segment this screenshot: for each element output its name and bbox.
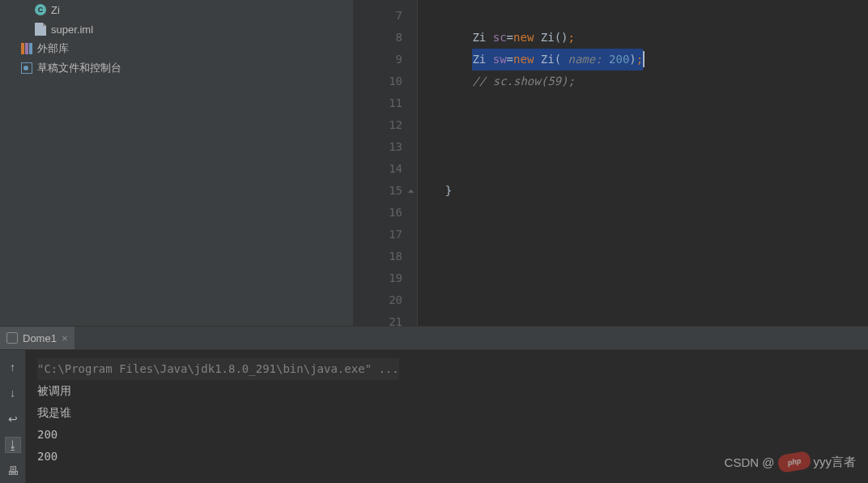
- tree-item-zi[interactable]: C Zi: [0, 0, 353, 19]
- php-logo-icon: php: [777, 451, 811, 474]
- soft-wrap-icon[interactable]: ↩: [6, 412, 20, 426]
- arrow-up-icon[interactable]: ↑: [6, 360, 20, 374]
- code-editor[interactable]: 789101112131415⏶161718192021 Zi sc=new Z…: [354, 0, 868, 326]
- project-tree: C Zi super.iml 外部库 草稿文件和控制台: [0, 0, 354, 326]
- run-tab-label: Dome1: [23, 332, 57, 344]
- run-config-icon: [6, 332, 18, 344]
- console-line: "C:\Program Files\Java\jdk1.8.0_291\bin\…: [37, 358, 399, 380]
- library-icon: [20, 42, 33, 55]
- code-line-15: }: [418, 180, 868, 202]
- selection: Zi sw=new Zi( name: 200);: [472, 49, 643, 71]
- line-number: 10: [354, 71, 417, 92]
- line-number: 18: [354, 246, 417, 267]
- console-line: 被调用: [37, 380, 868, 402]
- tree-item-label: super.iml: [51, 24, 93, 36]
- line-number: 8: [354, 27, 417, 49]
- code-line-19: [418, 267, 868, 289]
- tree-item-external-libraries[interactable]: 外部库: [0, 39, 353, 58]
- close-icon[interactable]: ×: [62, 332, 68, 344]
- arrow-down-icon[interactable]: ↓: [6, 386, 20, 400]
- code-content[interactable]: Zi sc=new Zi(); Zi sw=new Zi( name: 200)…: [418, 0, 868, 326]
- scratch-icon: [20, 62, 33, 75]
- code-line-8: Zi sc=new Zi();: [418, 27, 868, 49]
- watermark: CSDN @phpyyy言者: [725, 453, 856, 471]
- line-number: 13: [354, 136, 417, 158]
- fold-icon[interactable]: ⏶: [407, 180, 415, 202]
- file-icon: [34, 23, 47, 36]
- line-number: 12: [354, 114, 417, 136]
- run-tab-dome1[interactable]: Dome1 ×: [0, 327, 74, 349]
- code-line-14: [418, 158, 868, 180]
- code-line-17: [418, 224, 868, 246]
- line-number: 17: [354, 224, 417, 246]
- code-line-7: [418, 5, 868, 27]
- tree-item-scratches[interactable]: 草稿文件和控制台: [0, 58, 353, 78]
- line-number: 7: [354, 5, 417, 27]
- code-line-16: [418, 202, 868, 224]
- tree-item-super-iml[interactable]: super.iml: [0, 19, 353, 39]
- console-line: 我是谁: [37, 402, 868, 424]
- line-number: 11: [354, 92, 417, 114]
- line-number: 14: [354, 158, 417, 180]
- tree-item-label: Zi: [51, 4, 60, 16]
- code-line-18: [418, 246, 868, 267]
- line-gutter: 789101112131415⏶161718192021: [354, 0, 418, 326]
- code-line-21: [418, 311, 868, 333]
- line-number: 9: [354, 49, 417, 71]
- code-line-11: [418, 92, 868, 114]
- code-line-12: [418, 114, 868, 136]
- code-line-20: [418, 289, 868, 311]
- scroll-to-end-icon[interactable]: ⭳: [6, 438, 20, 452]
- line-number: 15⏶: [354, 180, 417, 202]
- line-number: 19: [354, 267, 417, 289]
- code-line-13: [418, 136, 868, 158]
- run-toolbar: ↑ ↓ ↩ ⭳ 🖶: [0, 350, 26, 483]
- console-line: 200: [37, 424, 868, 446]
- code-line-9: Zi sw=new Zi( name: 200);: [418, 49, 868, 71]
- print-icon[interactable]: 🖶: [6, 464, 20, 478]
- line-number: 16: [354, 202, 417, 224]
- caret: [643, 51, 645, 67]
- code-line-10: // sc.show(59);: [418, 71, 868, 92]
- line-number: 20: [354, 289, 417, 311]
- tree-item-label: 草稿文件和控制台: [37, 61, 121, 75]
- class-icon: C: [34, 3, 47, 16]
- tree-item-label: 外部库: [37, 41, 69, 56]
- line-number: 21: [354, 311, 417, 333]
